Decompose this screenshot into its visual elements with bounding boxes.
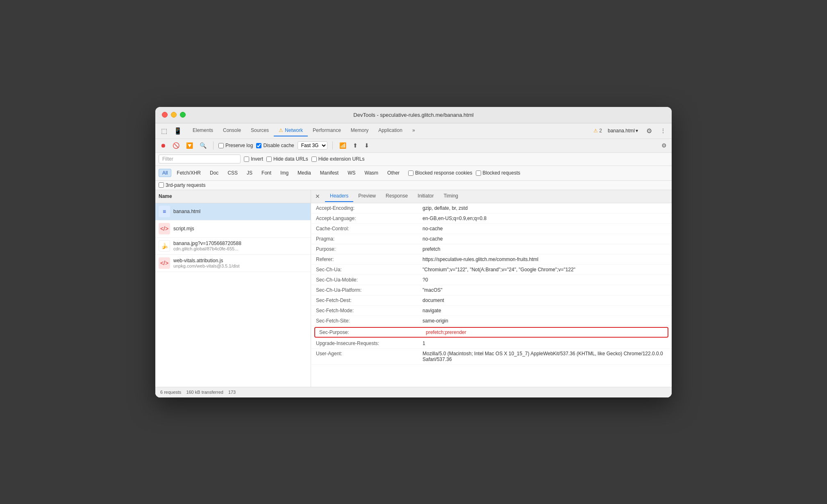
hide-ext-urls-checkbox[interactable] [311,157,317,162]
file-item-web-vitals[interactable]: </> web-vitals.attribution.js unpkg.com/… [155,255,311,272]
tab-network[interactable]: ⚠ Network [274,125,308,136]
tab-initiator[interactable]: Initiator [413,191,438,202]
invert-checkbox[interactable] [244,157,249,162]
tab-timing[interactable]: Timing [438,191,463,202]
clear-button[interactable]: 🚫 [171,141,181,150]
warn-badge-button[interactable]: ⚠ 2 [593,128,602,134]
header-name: Pragma: [316,236,423,242]
type-btn-font[interactable]: Font [258,169,275,177]
header-row: Cache-Control:no-cache [311,224,672,234]
tab-console[interactable]: Console [218,125,246,136]
type-btn-wasm[interactable]: Wasm [361,169,382,177]
tab-elements[interactable]: Elements [188,125,218,136]
wifi-icon[interactable]: 📶 [338,141,348,150]
upload-icon[interactable]: ⬆ [351,141,359,150]
file-item-banana-html[interactable]: ≡ banana.html [155,203,311,220]
type-btn-js[interactable]: JS [243,169,256,177]
type-btn-doc[interactable]: Doc [206,169,222,177]
type-btn-other[interactable]: Other [384,169,403,177]
hide-ext-urls-label[interactable]: Hide extension URLs [311,156,365,162]
header-row: Accept-Encoding:gzip, deflate, br, zstd [311,203,672,213]
header-row: User-Agent:Mozilla/5.0 (Macintosh; Intel… [311,349,672,365]
file-list: ≡ banana.html </> script.mjs [155,203,311,387]
devtools-body: ⬚ 📱 Elements Console Sources ⚠ Network [155,123,672,397]
filename-selector[interactable]: banana.html ▾ [605,127,641,134]
type-btn-manifest[interactable]: Manifest [316,169,342,177]
header-value: gzip, deflate, br, zstd [423,205,667,211]
top-tabs-left-icons: ⬚ 📱 [159,125,184,136]
filter-icon[interactable]: 🔽 [184,141,195,150]
header-value: ?0 [423,277,667,283]
third-party-checkbox[interactable] [159,182,164,188]
minimize-button[interactable] [171,112,177,118]
filter-input[interactable] [159,154,241,163]
header-name: User-Agent: [316,351,423,356]
top-tabs-right: ⚠ 2 banana.html ▾ ⚙ ⋮ [593,125,668,136]
data-transferred: 160 kB transferred [186,390,223,395]
file-item-banana-jpg[interactable]: 🍌 banana.jpg?v=1705668720588 cdn.glitch.… [155,238,311,255]
invert-label[interactable]: Invert [244,156,263,162]
preserve-log-label[interactable]: Preserve log [218,143,253,148]
type-btn-img[interactable]: Img [277,169,292,177]
disable-cache-checkbox[interactable] [256,143,261,148]
header-name: Sec-Fetch-Dest: [316,297,423,303]
settings-icon[interactable]: ⚙ [644,125,654,136]
file-name-banana-jpg: banana.jpg?v=1705668720588 [173,241,241,246]
header-value: Mozilla/5.0 (Macintosh; Intel Mac OS X 1… [423,351,667,362]
main-tabs: Elements Console Sources ⚠ Network Perfo… [188,125,593,136]
download-icon[interactable]: ⬇ [363,141,371,150]
tab-headers[interactable]: Headers [325,191,353,202]
maximize-button[interactable] [180,112,186,118]
tab-sources[interactable]: Sources [246,125,274,136]
tab-response[interactable]: Response [381,191,413,202]
search-icon[interactable]: 🔍 [198,141,208,150]
header-row: Sec-Ch-Ua-Platform:"macOS" [311,285,672,295]
tab-preview[interactable]: Preview [353,191,381,202]
type-btn-fetch-xhr[interactable]: Fetch/XHR [173,169,204,177]
title-bar: DevTools - speculative-rules.glitch.me/b… [155,107,672,123]
tab-more[interactable]: » [407,125,420,136]
blocked-response-cookies-checkbox[interactable] [408,170,414,176]
status-more: 173 [228,390,236,395]
type-btn-all[interactable]: All [159,169,171,177]
inspect-element-icon[interactable]: ⬚ [159,125,170,136]
window-title: DevTools - speculative-rules.glitch.me/b… [353,112,473,118]
header-value: "Chromium";v="122", "Not(A:Brand";v="24"… [423,267,667,272]
header-value: 1 [423,341,667,346]
throttle-select[interactable]: Fast 3G [298,141,327,150]
type-btn-css[interactable]: CSS [224,169,241,177]
header-row: Upgrade-Insecure-Requests:1 [311,338,672,349]
stop-recording-button[interactable]: ⏺ [159,141,168,150]
network-settings-icon[interactable]: ⚙ [660,141,668,150]
disable-cache-label[interactable]: Disable cache [256,143,294,148]
header-name: Sec-Fetch-Mode: [316,308,423,313]
device-toolbar-icon[interactable]: 📱 [171,125,184,136]
file-name-web-vitals: web-vitals.attribution.js [173,258,240,263]
file-item-script-mjs[interactable]: </> script.mjs [155,220,311,238]
header-row: Sec-Ch-Ua-Mobile:?0 [311,275,672,285]
header-value: prefetch [423,246,667,252]
close-button[interactable] [162,112,168,118]
hide-data-urls-checkbox[interactable] [266,157,272,162]
blocked-requests-label[interactable]: Blocked requests [476,170,520,176]
header-name: Cache-Control: [316,226,423,232]
type-btn-ws[interactable]: WS [344,169,359,177]
type-btn-media[interactable]: Media [294,169,315,177]
file-info-banana-jpg: banana.jpg?v=1705668720588 cdn.glitch.gl… [173,241,241,251]
tab-memory[interactable]: Memory [346,125,373,136]
preserve-log-checkbox[interactable] [218,143,224,148]
top-tabs-bar: ⬚ 📱 Elements Console Sources ⚠ Network [155,123,672,139]
blocked-requests-checkbox[interactable] [476,170,481,176]
header-row: Sec-Fetch-Mode:navigate [311,306,672,316]
filter-bar: Invert Hide data URLs Hide extension URL… [155,153,672,166]
more-options-icon[interactable]: ⋮ [658,126,668,136]
third-party-label[interactable]: 3rd-party requests [159,182,205,188]
close-details-button[interactable]: ✕ [314,192,323,200]
requests-count: 6 requests [160,390,181,395]
header-name: Purpose: [316,246,423,252]
tab-application[interactable]: Application [373,125,407,136]
hide-data-urls-label[interactable]: Hide data URLs [266,156,308,162]
blocked-response-cookies-label[interactable]: Blocked response cookies [408,170,472,176]
tab-performance[interactable]: Performance [308,125,346,136]
header-row: Purpose:prefetch [311,244,672,254]
